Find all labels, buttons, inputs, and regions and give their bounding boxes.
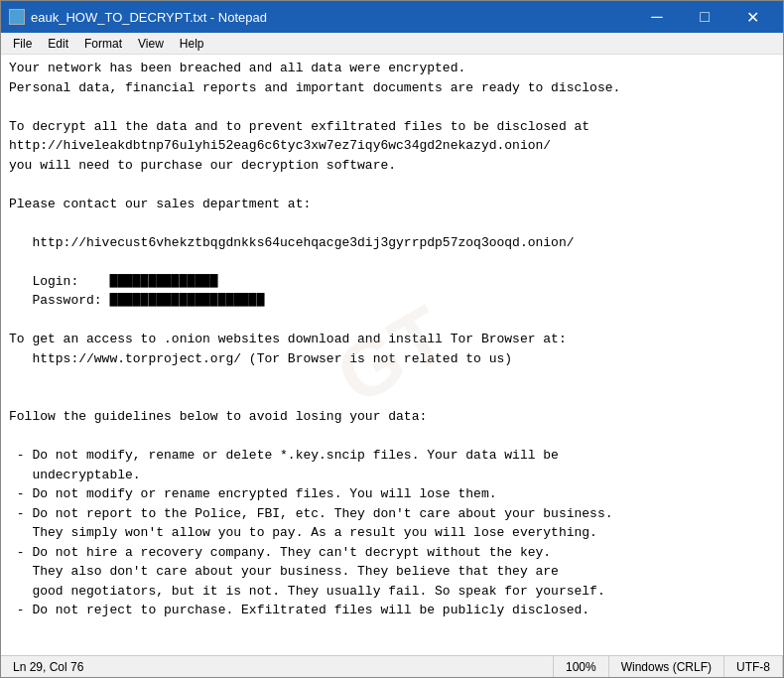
menu-edit[interactable]: Edit (40, 35, 76, 53)
content-area: GT Your network has been breached and al… (1, 55, 783, 655)
maximize-button[interactable]: □ (682, 3, 727, 31)
status-bar: Ln 29, Col 76 100% Windows (CRLF) UTF-8 (1, 655, 783, 677)
status-position: Ln 29, Col 76 (1, 656, 554, 677)
menu-bar: File Edit Format View Help (1, 33, 783, 55)
status-line-ending: Windows (CRLF) (609, 656, 724, 677)
window-controls: ─ □ ✕ (634, 3, 775, 31)
menu-view[interactable]: View (130, 35, 172, 53)
menu-format[interactable]: Format (76, 35, 130, 53)
text-editor[interactable]: Your network has been breached and all d… (1, 55, 783, 655)
title-bar: eauk_HOW_TO_DECRYPT.txt - Notepad ─ □ ✕ (1, 1, 783, 33)
menu-help[interactable]: Help (172, 35, 212, 53)
status-encoding: UTF-8 (724, 656, 783, 677)
minimize-button[interactable]: ─ (634, 3, 680, 31)
menu-file[interactable]: File (5, 35, 40, 53)
window-title: eauk_HOW_TO_DECRYPT.txt - Notepad (31, 10, 634, 25)
status-zoom: 100% (554, 656, 609, 677)
app-icon (9, 9, 25, 25)
close-button[interactable]: ✕ (729, 3, 775, 31)
notepad-window: eauk_HOW_TO_DECRYPT.txt - Notepad ─ □ ✕ … (0, 0, 784, 678)
